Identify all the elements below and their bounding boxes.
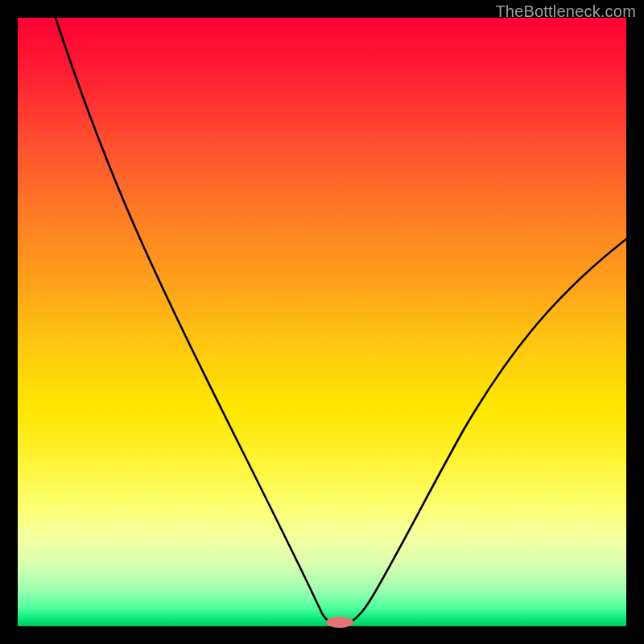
- watermark-text: TheBottleneck.com: [495, 2, 636, 21]
- optimal-marker: [326, 617, 353, 628]
- curve-svg: [18, 18, 626, 626]
- curve-right-branch: [345, 239, 626, 623]
- chart-frame: TheBottleneck.com: [0, 0, 644, 644]
- curve-left-branch: [56, 18, 334, 623]
- plot-area: [18, 18, 626, 626]
